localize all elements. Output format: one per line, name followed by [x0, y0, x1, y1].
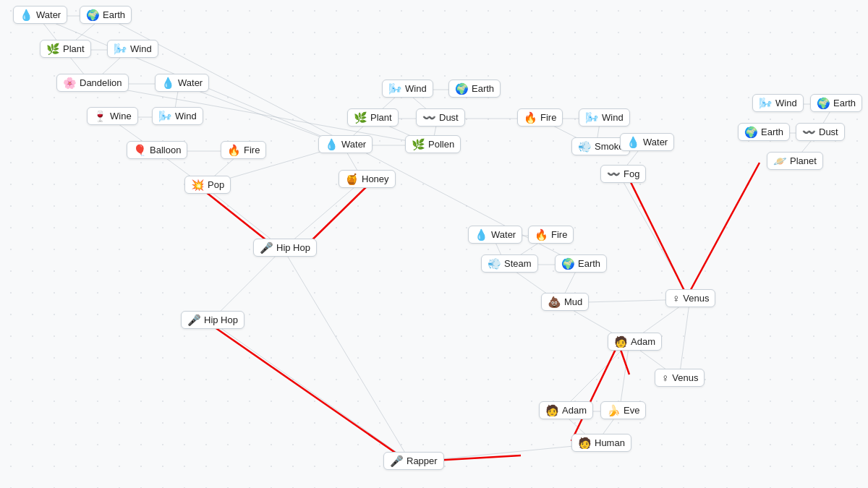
node-icon-plant1: 🌿: [46, 43, 60, 54]
node-earth1[interactable]: 🌍Earth: [80, 6, 132, 24]
node-label-adam1: Adam: [631, 336, 655, 347]
node-venus1[interactable]: ♀Venus: [665, 289, 715, 307]
node-wind3[interactable]: 🌬️Wind: [382, 80, 433, 98]
node-planet1[interactable]: 🪐Planet: [767, 152, 823, 170]
node-wind4[interactable]: 🌬️Wind: [579, 108, 630, 127]
node-fog1[interactable]: 〰️Fog: [600, 165, 646, 183]
node-plant1[interactable]: 🌿Plant: [40, 40, 91, 58]
svg-line-64: [629, 179, 687, 296]
node-dust1[interactable]: 〰️Dust: [416, 108, 465, 127]
node-icon-steam1: 💨: [488, 258, 501, 269]
node-label-earth4: Earth: [833, 98, 856, 108]
node-water3[interactable]: 💧Water: [318, 135, 373, 153]
node-earth3[interactable]: 🌍Earth: [555, 254, 607, 273]
node-label-wind2: Wind: [175, 111, 197, 121]
node-label-water4: Water: [643, 137, 668, 147]
node-dandelion1[interactable]: 🌸Dandelion: [56, 74, 129, 92]
node-icon-mud1: 💩: [548, 296, 561, 307]
svg-line-62: [210, 324, 401, 457]
svg-line-58: [283, 249, 410, 462]
node-icon-wind5: 🌬️: [759, 98, 773, 108]
node-icon-fire1: 🔥: [227, 145, 241, 155]
node-label-venus1: Venus: [683, 293, 709, 304]
node-adam2[interactable]: 🧑Adam: [539, 401, 593, 419]
node-label-wine1: Wine: [110, 111, 132, 121]
node-icon-venus1: ♀: [672, 293, 680, 304]
node-pollen1[interactable]: 🌿Pollen: [405, 135, 461, 153]
node-water2[interactable]: 💧Water: [155, 74, 209, 92]
node-icon-water1: 💧: [20, 9, 33, 20]
node-fire1[interactable]: 🔥Fire: [221, 141, 266, 159]
node-label-steam1: Steam: [504, 258, 532, 269]
node-label-pollen1: Pollen: [428, 139, 454, 150]
node-icon-rapper1: 🎤: [390, 455, 404, 466]
node-adam1[interactable]: 🧑Adam: [608, 333, 662, 351]
node-icon-earth4: 🌍: [817, 98, 830, 108]
node-eve1[interactable]: 🍌Eve: [600, 401, 646, 419]
node-fire3[interactable]: 🔥Fire: [528, 226, 574, 244]
node-icon-wind3: 🌬️: [388, 83, 402, 94]
node-wind1[interactable]: 🌬️Wind: [107, 40, 158, 58]
node-label-adam2: Adam: [562, 405, 587, 416]
node-wind5[interactable]: 🌬️Wind: [752, 94, 804, 112]
node-pop1[interactable]: 💥Pop: [184, 176, 231, 194]
node-icon-wind4: 🌬️: [585, 112, 599, 123]
node-wine1[interactable]: 🍷Wine: [87, 107, 138, 125]
node-label-human1: Human: [595, 437, 625, 448]
node-label-wind1: Wind: [130, 43, 152, 54]
node-honey1[interactable]: 🍯Honey: [339, 170, 396, 188]
svg-line-46: [619, 175, 690, 299]
node-icon-earth1: 🌍: [86, 9, 100, 20]
node-earth2[interactable]: 🌍Earth: [448, 80, 501, 98]
node-dust2[interactable]: 〰️Dust: [796, 123, 845, 141]
node-mud1[interactable]: 💩Mud: [541, 293, 589, 311]
node-hiphop2[interactable]: 🎤Hip Hop: [181, 311, 244, 329]
node-balloon1[interactable]: 🎈Balloon: [127, 141, 187, 159]
node-plant2[interactable]: 🌿Plant: [347, 108, 399, 127]
node-label-earth3: Earth: [578, 258, 600, 269]
node-icon-wind2: 🌬️: [158, 111, 172, 121]
node-icon-water3: 💧: [325, 139, 339, 150]
node-label-honey1: Honey: [362, 174, 389, 184]
svg-line-37: [210, 321, 410, 462]
node-icon-adam2: 🧑: [545, 405, 559, 416]
node-label-dandelion1: Dandelion: [80, 77, 122, 88]
node-hiphop1[interactable]: 🎤Hip Hop: [253, 239, 317, 257]
node-label-water3: Water: [341, 139, 366, 150]
node-label-fire1: Fire: [244, 145, 260, 155]
node-human1[interactable]: 🧑Human: [571, 434, 631, 452]
node-icon-fog1: 〰️: [607, 168, 621, 179]
node-icon-honey1: 🍯: [345, 174, 359, 184]
node-icon-water5: 💧: [475, 229, 488, 240]
node-label-hiphop2: Hip Hop: [204, 314, 238, 325]
node-water1[interactable]: 💧Water: [13, 6, 67, 24]
node-label-earth5: Earth: [761, 127, 783, 137]
node-wind2[interactable]: 🌬️Wind: [152, 107, 203, 125]
node-icon-wine1: 🍷: [93, 111, 107, 121]
node-icon-planet1: 🪐: [773, 155, 787, 166]
node-icon-earth2: 🌍: [455, 83, 469, 94]
svg-line-63: [434, 455, 521, 461]
node-icon-pollen1: 🌿: [412, 139, 425, 150]
node-icon-water4: 💧: [626, 137, 640, 147]
node-icon-earth3: 🌍: [561, 258, 575, 269]
node-label-water5: Water: [491, 229, 516, 240]
node-label-balloon1: Balloon: [150, 145, 181, 155]
node-icon-water2: 💧: [161, 77, 175, 88]
node-label-water1: Water: [36, 9, 61, 20]
node-icon-smoke1: 💨: [578, 141, 592, 152]
node-label-fire2: Fire: [540, 112, 556, 123]
node-earth5[interactable]: 🌍Earth: [738, 123, 790, 141]
node-label-plant1: Plant: [63, 43, 85, 54]
node-label-venus2: Venus: [672, 372, 698, 383]
node-steam1[interactable]: 💨Steam: [481, 254, 538, 273]
node-water5[interactable]: 💧Water: [468, 226, 522, 244]
node-label-water2: Water: [178, 77, 203, 88]
node-icon-pop1: 💥: [191, 179, 205, 190]
node-earth4[interactable]: 🌍Earth: [810, 94, 862, 112]
node-venus2[interactable]: ♀Venus: [655, 369, 705, 387]
node-fire2[interactable]: 🔥Fire: [517, 108, 563, 127]
node-rapper1[interactable]: 🎤Rapper: [383, 452, 444, 470]
node-icon-fire2: 🔥: [524, 112, 537, 123]
node-water4[interactable]: 💧Water: [620, 133, 674, 151]
